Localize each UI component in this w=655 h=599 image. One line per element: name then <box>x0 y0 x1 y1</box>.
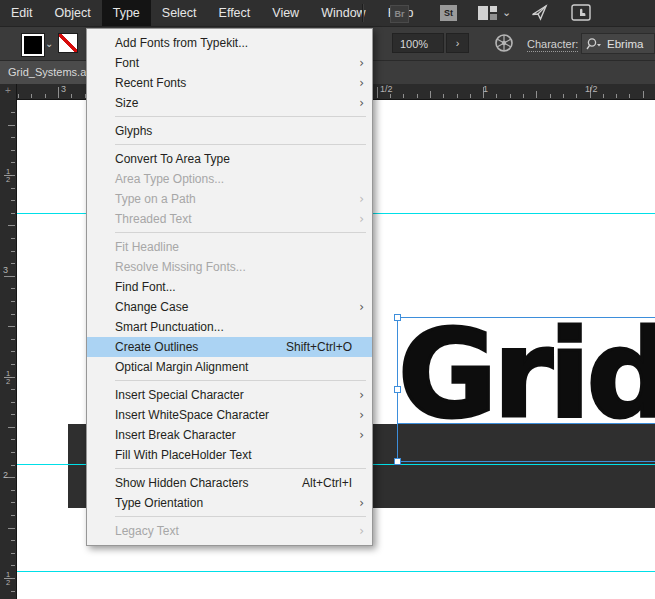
share-icon[interactable] <box>531 4 548 21</box>
menu-item-recent-fonts[interactable]: Recent Fonts› <box>87 73 372 93</box>
ruler-tick <box>8 225 15 226</box>
search-icon <box>586 37 604 51</box>
ruler-tick <box>11 515 15 516</box>
workspace-block-top <box>490 6 497 12</box>
menu-item-resolve-missing-fonts: Resolve Missing Fonts... <box>87 257 372 277</box>
ruler-tick <box>11 465 15 466</box>
ruler-label: 3 <box>3 265 8 275</box>
ruler-tick <box>45 94 46 98</box>
submenu-arrow-icon: › <box>350 388 364 402</box>
menubar-divider <box>362 4 364 22</box>
menubar-item-effect[interactable]: Effect <box>208 0 262 26</box>
menu-item-label: Legacy Text <box>115 524 179 538</box>
ruler-tick <box>11 137 15 138</box>
menu-item-show-hidden-characters[interactable]: Show Hidden CharactersAlt+Ctrl+I <box>87 473 372 493</box>
ruler-tick <box>11 288 15 289</box>
menubar-item-edit[interactable]: Edit <box>0 0 44 26</box>
ruler-tick <box>550 94 551 98</box>
menu-item-add-fonts-from-typekit[interactable]: Add Fonts from Typekit... <box>87 33 372 53</box>
ruler-tick <box>11 439 15 440</box>
menu-item-smart-punctuation[interactable]: Smart Punctuation... <box>87 317 372 337</box>
ruler-tick <box>11 540 15 541</box>
menu-item-glyphs[interactable]: Glyphs <box>87 121 372 141</box>
menu-item-label: Fit Headline <box>115 240 179 254</box>
zoom-level-field[interactable]: 100% <box>392 33 444 53</box>
touch-workspace-icon[interactable] <box>571 4 591 21</box>
vertical-ruler[interactable]: 12312212 <box>0 99 17 599</box>
menu-item-area-type-options: Area Type Options... <box>87 169 372 189</box>
menu-item-shortcut: Alt+Ctrl+I <box>302 476 364 490</box>
guide-line[interactable] <box>16 571 655 572</box>
ruler-label: 1 <box>483 84 488 94</box>
selection-handle[interactable] <box>394 386 401 393</box>
ruler-tick <box>71 94 72 98</box>
font-name-value: Ebrima <box>607 38 643 50</box>
stock-icon[interactable]: St <box>440 5 457 21</box>
ruler-tick <box>403 94 404 98</box>
fill-color-swatch[interactable] <box>22 34 44 56</box>
menu-item-label: Type Orientation <box>115 496 203 510</box>
menubar-item-select[interactable]: Select <box>151 0 208 26</box>
menu-item-label: Add Fonts from Typekit... <box>115 36 248 50</box>
ruler-tick <box>576 94 577 98</box>
menu-item-size[interactable]: Size› <box>87 93 372 113</box>
ruler-tick <box>11 452 15 453</box>
menu-item-legacy-text: Legacy Text› <box>87 521 372 541</box>
ruler-origin-corner[interactable]: + <box>0 84 17 99</box>
menu-item-insert-break-character[interactable]: Insert Break Character› <box>87 425 372 445</box>
selection-top-edge[interactable] <box>397 317 655 318</box>
color-wheel-icon[interactable] <box>494 33 514 53</box>
menu-item-label: Recent Fonts <box>115 76 186 90</box>
menubar-item-view[interactable]: View <box>261 0 310 26</box>
menubar-item-object[interactable]: Object <box>44 0 102 26</box>
menu-item-label: Resolve Missing Fonts... <box>115 260 246 274</box>
menu-item-label: Find Font... <box>115 280 176 294</box>
font-search-field[interactable]: Ebrima <box>581 33 655 54</box>
ruler-tick <box>510 94 511 98</box>
ruler-tick <box>11 112 15 113</box>
ruler-label: 3 <box>61 84 66 94</box>
ruler-tick <box>11 591 15 592</box>
zoom-next-button[interactable]: › <box>446 33 469 53</box>
grid-headline-text[interactable]: Grid <box>398 314 655 435</box>
stroke-none-swatch[interactable] <box>59 34 77 52</box>
menu-item-convert-to-area-type[interactable]: Convert To Area Type <box>87 149 372 169</box>
menubar-item-type[interactable]: Type <box>102 0 151 26</box>
chevron-down-icon[interactable]: ⌄ <box>502 6 511 19</box>
selection-baseline[interactable] <box>397 423 655 424</box>
menu-item-fill-with-placeholder-text[interactable]: Fill With PlaceHolder Text <box>87 445 372 465</box>
menu-item-find-font[interactable]: Find Font... <box>87 277 372 297</box>
selection-handle[interactable] <box>394 458 401 465</box>
ruler-tick <box>11 301 15 302</box>
menu-item-fit-headline: Fit Headline <box>87 237 372 257</box>
menu-item-create-outlines[interactable]: Create OutlinesShift+Ctrl+O <box>87 337 372 357</box>
type-menu-popup: Add Fonts from Typekit...Font›Recent Fon… <box>86 28 373 546</box>
menu-item-type-orientation[interactable]: Type Orientation› <box>87 493 372 513</box>
menu-item-font[interactable]: Font› <box>87 53 372 73</box>
ruler-tick <box>11 162 15 163</box>
character-panel-label[interactable]: Character: <box>527 38 578 52</box>
menu-item-insert-whitespace-character[interactable]: Insert WhiteSpace Character› <box>87 405 372 425</box>
menu-separator <box>115 116 366 117</box>
submenu-arrow-icon: › <box>350 56 364 70</box>
menu-item-change-case[interactable]: Change Case› <box>87 297 372 317</box>
document-tab-title: Grid_Systems.a <box>8 66 86 78</box>
selection-handle[interactable] <box>394 314 401 321</box>
ruler-tick <box>11 364 15 365</box>
menubar-item-window[interactable]: Window <box>310 0 376 26</box>
menu-separator <box>115 468 366 469</box>
menu-item-optical-margin-alignment[interactable]: Optical Margin Alignment <box>87 357 372 377</box>
selection-bottom-edge[interactable] <box>397 461 655 462</box>
ruler-tick <box>11 490 15 491</box>
menu-item-label: Convert To Area Type <box>115 152 230 166</box>
menu-item-label: Insert Special Character <box>115 388 244 402</box>
workspace-switcher-icon[interactable] <box>478 6 497 20</box>
menu-item-label: Font <box>115 56 139 70</box>
bridge-icon[interactable]: Br <box>390 5 409 23</box>
menu-item-insert-special-character[interactable]: Insert Special Character› <box>87 385 372 405</box>
menubar: EditObjectTypeSelectEffectViewWindowHelp… <box>0 0 655 27</box>
menu-separator <box>115 516 366 517</box>
fill-chevron-down-icon[interactable]: ⌄ <box>45 38 53 49</box>
ruler-tick <box>470 94 471 98</box>
ruler-tick <box>11 263 15 264</box>
